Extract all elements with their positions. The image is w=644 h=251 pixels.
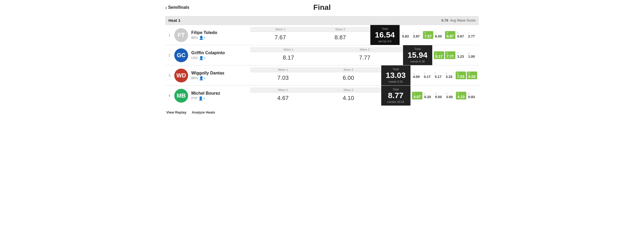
rank-number: 3 xyxy=(168,73,172,77)
waves-header: Wave 1 Wave 2 xyxy=(250,67,381,72)
wave-chip-val: 4.67 xyxy=(414,95,421,99)
wave2-value: 7.77 xyxy=(327,54,403,61)
wave-chip: 1 5.83 xyxy=(401,31,411,39)
total-value: 8.77 xyxy=(388,91,403,99)
wave-chip: 2 7.77 xyxy=(445,51,455,59)
wave-chip-val: 2.77 xyxy=(468,34,475,38)
wave-chip-num: 6 xyxy=(468,93,469,95)
avg-wave-score: 6.79 Avg Wave Score xyxy=(442,18,476,22)
total-label: Total xyxy=(414,47,421,51)
rank-number: 4 xyxy=(168,94,172,98)
competitor-info: Griffin Colapinto USA 👤+ xyxy=(191,51,225,60)
total-sub: needs 8.38 xyxy=(410,60,425,63)
wave2-value: 8.87 xyxy=(310,34,370,41)
wave-chip-val: 3.33 xyxy=(446,75,452,79)
waves-values: 4.67 4.10 xyxy=(250,93,381,104)
wave-chip-val: 1.00 xyxy=(468,55,475,58)
wave-history: 1 5.83 2 3.97 3 7.67 4 6.50 5 8.87 xyxy=(400,25,479,45)
wave-chip-num: 1 xyxy=(413,72,414,75)
wave-chip-num: 2 xyxy=(424,93,426,95)
follow-icon[interactable]: 👤+ xyxy=(199,56,206,60)
waves-header: Wave 1 Wave 2 xyxy=(250,87,381,93)
avatar: GC xyxy=(174,48,188,62)
total-block: Total 15.94 needs 8.38 xyxy=(403,45,432,65)
wave-chip-num: 5 xyxy=(457,92,459,95)
wave-chip: 3 0.50 xyxy=(434,92,444,99)
total-value: 15.94 xyxy=(408,51,427,59)
wave-chip-num: 3 xyxy=(457,52,459,55)
competitor-left: 1 FT Filipe Toledo BRA 👤+ xyxy=(165,25,250,45)
wave-chip-num: 4 xyxy=(435,32,437,34)
wave-chip-num: 1 xyxy=(402,32,404,34)
competitor-name: Wiggolly Dantas xyxy=(191,71,224,76)
back-button[interactable]: ‹ Semifinals xyxy=(165,5,189,11)
wave1-header: Wave 1 xyxy=(250,47,327,52)
wave-chip-num: 5 xyxy=(457,72,459,74)
wave-chip: 1 4.00 xyxy=(412,72,422,79)
wave-chip-val: 4.10 xyxy=(457,95,465,99)
wave-chip: 5 8.87 xyxy=(445,31,455,39)
competitors-list: 1 FT Filipe Toledo BRA 👤+ Wave 1 Wave 2 … xyxy=(165,25,479,106)
competitor-country: PYF 👤+ xyxy=(191,96,220,101)
avatar: FT xyxy=(174,28,188,42)
total-sub: win by 0.6 xyxy=(378,40,392,43)
wave-history: 1 4.67 2 0.20 3 0.50 4 3.00 5 4.10 xyxy=(410,86,479,106)
page-title: Final xyxy=(313,3,331,12)
follow-icon[interactable]: 👤+ xyxy=(199,36,206,40)
wave-chip-num: 4 xyxy=(468,52,469,55)
competitor-name: Griffin Colapinto xyxy=(191,51,225,55)
analyze-heats-button[interactable]: Analyze Heats xyxy=(192,110,215,114)
wave2-header: Wave 2 xyxy=(310,27,370,32)
waves-values: 7.67 8.87 xyxy=(250,32,370,43)
heat-header: Heat 1 6.79 Avg Wave Score xyxy=(165,16,479,25)
competitor-waves: Wave 1 Wave 2 4.67 4.10 xyxy=(250,86,381,106)
wave-chip: 7 2.77 xyxy=(467,31,477,39)
wave-chip-num: 1 xyxy=(414,92,415,95)
competitor-waves: Wave 1 Wave 2 7.67 8.87 xyxy=(250,25,370,45)
wave-chip-val: 7.77 xyxy=(447,54,454,58)
wave-chip: 3 5.17 xyxy=(434,72,444,79)
total-label: Total xyxy=(393,68,399,71)
competitor-info: Michel Bourez PYF 👤+ xyxy=(191,91,220,101)
wave1-header: Wave 1 xyxy=(250,67,316,72)
wave-chip-val: 0.20 xyxy=(424,95,431,99)
wave-chip-num: 6 xyxy=(468,72,470,74)
wave-chip-val: 6.50 xyxy=(435,34,442,38)
wave-chip-num: 1 xyxy=(435,52,437,54)
wave-chip: 4 6.50 xyxy=(434,31,444,39)
table-row: 3 WD Wiggolly Dantas BRA 👤+ Wave 1 Wave … xyxy=(165,65,479,85)
wave-chip-val: 8.87 xyxy=(447,34,454,38)
wave2-value: 6.00 xyxy=(316,74,381,81)
wave1-value: 4.67 xyxy=(250,95,316,102)
heat-title: Heat 1 xyxy=(168,18,180,23)
competitor-country: BRA 👤+ xyxy=(191,36,217,40)
wave-chip-val: 7.03 xyxy=(457,74,464,79)
view-replay-button[interactable]: View Replay xyxy=(166,110,187,114)
waves-header: Wave 1 Wave 2 xyxy=(250,47,403,52)
wave-chip-val: 0.50 xyxy=(435,95,442,99)
wave-chip: 3 3.23 xyxy=(456,52,466,59)
waves-values: 8.17 7.77 xyxy=(250,52,403,63)
waves-header: Wave 1 Wave 2 xyxy=(250,27,370,32)
follow-icon[interactable]: 👤+ xyxy=(199,76,206,80)
competitor-left: 2 GC Griffin Colapinto USA 👤+ xyxy=(165,45,250,65)
wave-chip-val: 5.17 xyxy=(435,75,442,79)
wave-chip-num: 4 xyxy=(446,93,447,95)
total-value: 16.54 xyxy=(375,31,395,39)
competitor-info: Filipe Toledo BRA 👤+ xyxy=(191,30,217,40)
wave1-value: 7.03 xyxy=(250,74,316,81)
wave-chip-num: 2 xyxy=(413,32,414,34)
wave2-header: Wave 2 xyxy=(316,87,381,92)
competitor-left: 3 WD Wiggolly Dantas BRA 👤+ xyxy=(165,65,250,85)
wave-chip-val: 3.97 xyxy=(413,34,420,38)
wave2-header: Wave 2 xyxy=(316,67,381,72)
competitor-country: BRA 👤+ xyxy=(191,76,224,80)
wave2-header: Wave 2 xyxy=(327,47,403,52)
wave-chip: 4 3.00 xyxy=(445,92,455,99)
heat-section: Heat 1 6.79 Avg Wave Score 1 FT Filipe T… xyxy=(165,16,479,106)
competitor-info: Wiggolly Dantas BRA 👤+ xyxy=(191,71,224,80)
follow-icon[interactable]: 👤+ xyxy=(198,96,205,101)
total-sub: combo 16.54 xyxy=(387,100,404,103)
avatar: MB xyxy=(174,89,188,103)
wave-chip: 1 8.17 xyxy=(434,51,444,59)
